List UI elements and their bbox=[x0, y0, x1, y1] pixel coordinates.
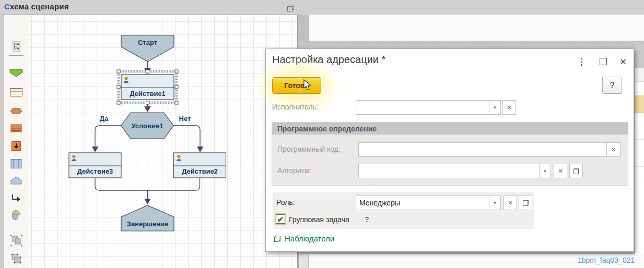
panel-title-bar: Схема сценария bbox=[0, 0, 644, 15]
background-list-strip bbox=[635, 42, 644, 255]
node-end-label: Завершение bbox=[127, 220, 169, 228]
role-open-button[interactable] bbox=[519, 196, 532, 210]
help-button[interactable]: ? bbox=[602, 77, 622, 94]
panel-splitter[interactable] bbox=[298, 254, 309, 268]
algorithm-open-button[interactable] bbox=[569, 164, 583, 178]
chevron-down-icon[interactable] bbox=[489, 196, 500, 210]
observers-link-text: Наблюдатели bbox=[285, 234, 334, 243]
group-task-help-link[interactable]: ? bbox=[365, 215, 369, 224]
watermark-text: 1bpm_faq03_021 bbox=[578, 256, 635, 264]
screen: Схема сценария bbox=[0, 0, 644, 268]
background-list-row bbox=[635, 82, 644, 95]
observers-link[interactable]: Наблюдатели bbox=[274, 234, 334, 243]
more-menu-icon[interactable] bbox=[575, 55, 588, 68]
role-label: Роль: bbox=[276, 198, 295, 206]
toolbar-separator bbox=[9, 55, 24, 56]
diagram-canvas[interactable]: Старт Действие1 Условие1 Да Нет bbox=[28, 15, 297, 268]
background-list-row bbox=[635, 153, 644, 167]
subprocess-shape-icon[interactable] bbox=[9, 158, 24, 172]
overlap-squares-icon bbox=[573, 168, 579, 174]
background-list-row bbox=[635, 126, 644, 140]
condition-shape-icon[interactable] bbox=[9, 107, 24, 117]
dialog-title: Настройка адресации * bbox=[272, 54, 385, 66]
program-code-field bbox=[358, 142, 620, 157]
activity-shape-icon[interactable] bbox=[9, 87, 24, 100]
group-title: Программное определение bbox=[277, 125, 377, 133]
done-button[interactable]: Готово bbox=[272, 77, 321, 94]
branch-no-label: Нет bbox=[179, 115, 191, 123]
program-code-label: Программный код: bbox=[277, 145, 341, 153]
background-page-area bbox=[309, 15, 644, 41]
background-list-row bbox=[635, 140, 644, 153]
select-shapes-icon[interactable] bbox=[9, 234, 24, 250]
role-panel: Роль: Групповая задача ? bbox=[273, 192, 534, 229]
chevron-down-icon[interactable] bbox=[539, 164, 551, 178]
program-definition-group: Программное определение Программный код:… bbox=[272, 122, 628, 186]
end-point-shape-icon[interactable] bbox=[9, 176, 24, 187]
toolbar-separator bbox=[9, 226, 24, 226]
background-list-row bbox=[635, 113, 644, 126]
program-code-input[interactable] bbox=[359, 143, 606, 156]
shape-toolbar bbox=[4, 15, 28, 268]
panel-left-margin bbox=[0, 15, 4, 268]
group-task-checkbox[interactable] bbox=[276, 214, 285, 224]
background-dashed-guide bbox=[302, 15, 302, 41]
popout-window-icon[interactable] bbox=[287, 4, 295, 12]
close-icon[interactable] bbox=[617, 55, 629, 68]
overlap-squares-icon bbox=[523, 200, 529, 206]
panel-title-text: хема сценария bbox=[10, 2, 69, 11]
flowchart: Старт Действие1 Условие1 Да Нет bbox=[28, 15, 297, 268]
executor-label: Исполнитель: bbox=[272, 103, 319, 111]
node-action3-label: Действие3 bbox=[77, 167, 113, 175]
connector-line-icon[interactable] bbox=[9, 193, 23, 206]
background-list-row bbox=[635, 68, 644, 82]
clear-icon[interactable] bbox=[606, 143, 620, 156]
node-action1-label: Действие1 bbox=[130, 90, 166, 98]
jump-shape-icon[interactable] bbox=[10, 140, 22, 154]
algorithm-field bbox=[358, 164, 551, 178]
node-condition1-label: Условие1 bbox=[132, 122, 163, 130]
addressing-setup-dialog: Настройка адресации * Готово ? Исполните… bbox=[265, 48, 634, 252]
open-link-icon bbox=[274, 236, 280, 242]
chevron-down-icon[interactable] bbox=[489, 101, 500, 114]
node-action2-label: Действие2 bbox=[182, 167, 218, 175]
role-input[interactable] bbox=[356, 196, 489, 210]
branch-yes-label: Да bbox=[100, 115, 109, 123]
background-list-row-highlighted bbox=[635, 95, 644, 113]
executor-field bbox=[356, 100, 501, 115]
group-task-label: Групповая задача bbox=[289, 215, 349, 224]
data-processing-shape-icon[interactable] bbox=[9, 123, 24, 136]
panel-title: Схема сценария bbox=[4, 2, 69, 11]
role-field bbox=[356, 196, 501, 210]
decoration-shape-icon[interactable] bbox=[10, 209, 22, 223]
group-header: Программное определение bbox=[272, 123, 628, 135]
role-clear-button[interactable] bbox=[504, 196, 517, 210]
scenario-scheme-panel: Старт Действие1 Условие1 Да Нет bbox=[0, 15, 298, 268]
background-list-header bbox=[635, 42, 644, 68]
algorithm-input[interactable] bbox=[359, 164, 539, 178]
node-start-label: Старт bbox=[138, 39, 157, 46]
executor-input[interactable] bbox=[356, 101, 489, 114]
background-list-row bbox=[635, 167, 644, 180]
maximize-icon[interactable] bbox=[597, 55, 610, 68]
algorithm-clear-button[interactable] bbox=[554, 164, 567, 178]
group-shapes-icon[interactable] bbox=[9, 252, 24, 268]
panel-title-accent: С bbox=[4, 2, 10, 11]
executor-clear-button[interactable] bbox=[502, 100, 516, 115]
scheme-properties-icon[interactable] bbox=[9, 41, 23, 54]
algorithm-label: Алгоритм: bbox=[277, 166, 312, 175]
start-point-shape-icon[interactable] bbox=[9, 68, 24, 80]
overlap-squares-icon bbox=[287, 5, 294, 11]
